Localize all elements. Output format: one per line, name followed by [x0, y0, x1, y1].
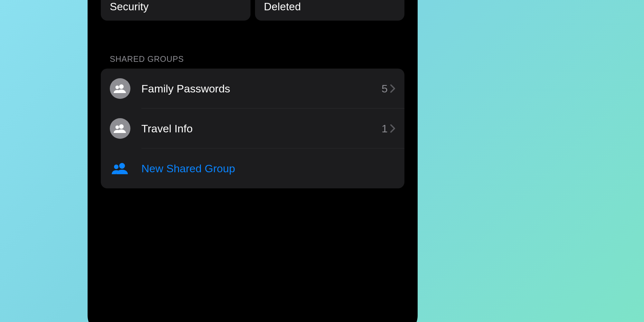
svg-point-0 [119, 84, 124, 89]
svg-point-2 [119, 124, 124, 129]
people-icon [110, 78, 130, 99]
shared-groups-list: Family Passwords 5 [101, 69, 404, 188]
people-icon [110, 118, 130, 139]
shared-groups-header: SHARED GROUPS [110, 54, 404, 64]
group-label: Family Passwords [141, 82, 382, 95]
group-label: Travel Info [141, 122, 382, 135]
category-card-row: Security Deleted [101, 0, 404, 21]
divider [141, 148, 404, 148]
people-icon [110, 163, 130, 174]
security-card[interactable]: Security [101, 0, 251, 21]
group-count: 5 [382, 82, 388, 95]
group-row-travel-info[interactable]: Travel Info 1 [101, 109, 404, 148]
svg-point-1 [116, 86, 119, 89]
phone-frame: Security Deleted SHARED GROUPS [88, 0, 418, 322]
svg-point-3 [116, 126, 119, 129]
new-shared-group-label: New Shared Group [141, 162, 235, 175]
svg-point-5 [114, 165, 118, 169]
phone-screen: Security Deleted SHARED GROUPS [92, 0, 413, 322]
security-card-title: Security [110, 1, 242, 13]
group-count: 1 [382, 122, 388, 135]
chevron-right-icon [390, 84, 395, 93]
group-row-family-passwords[interactable]: Family Passwords 5 [101, 69, 404, 109]
deleted-card-title: Deleted [264, 1, 396, 13]
chevron-right-icon [390, 124, 395, 133]
deleted-card[interactable]: Deleted [255, 0, 405, 21]
svg-point-4 [119, 163, 125, 169]
new-shared-group-button[interactable]: New Shared Group [101, 148, 404, 188]
